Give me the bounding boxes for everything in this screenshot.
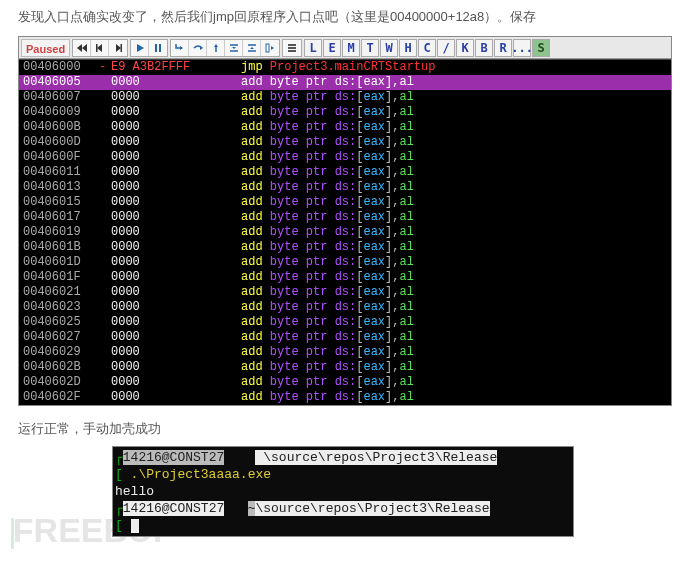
toolbar-letter-...[interactable]: ... [513, 39, 531, 57]
console-line: ┌14216@CONST27 \source\repos\Project3\Re… [113, 449, 573, 466]
console-command-line: [ .\Project3aaaa.exe [113, 466, 573, 483]
disasm-row[interactable]: 0040602B 0000 add byte ptr ds:[eax],al [19, 360, 671, 375]
cursor-icon [131, 519, 139, 533]
disasm-row[interactable]: 00406019 0000 add byte ptr ds:[eax],al [19, 225, 671, 240]
run-to-cursor-button[interactable] [261, 40, 279, 56]
toolbar-letter-c[interactable]: C [418, 39, 436, 57]
disasm-row[interactable]: 0040602D 0000 add byte ptr ds:[eax],al [19, 375, 671, 390]
toolbar-letter-t[interactable]: T [361, 39, 379, 57]
disasm-row[interactable]: 0040600B 0000 add byte ptr ds:[eax],al [19, 120, 671, 135]
toolbar-letter-l[interactable]: L [304, 39, 322, 57]
step-out-button[interactable] [207, 40, 225, 56]
disasm-row[interactable]: 0040600D 0000 add byte ptr ds:[eax],al [19, 135, 671, 150]
paused-indicator: Paused [21, 39, 70, 57]
disasm-row[interactable]: 00406017 0000 add byte ptr ds:[eax],al [19, 210, 671, 225]
disasm-row[interactable]: 00406011 0000 add byte ptr ds:[eax],al [19, 165, 671, 180]
toolbar-letter-e[interactable]: E [323, 39, 341, 57]
console-output: hello [113, 483, 573, 500]
disasm-row[interactable]: 0040601F 0000 add byte ptr ds:[eax],al [19, 270, 671, 285]
pause-button[interactable] [149, 40, 167, 56]
disasm-row[interactable]: 00406000- E9 A3B2FFFF jmp Project3.mainC… [19, 60, 671, 75]
disasm-row[interactable]: 00406027 0000 add byte ptr ds:[eax],al [19, 330, 671, 345]
letter-button-group: LEMTWHC/KBR...S [304, 39, 551, 57]
svg-rect-5 [288, 44, 296, 46]
disasm-row[interactable]: 00406023 0000 add byte ptr ds:[eax],al [19, 300, 671, 315]
disasm-row[interactable]: 00406015 0000 add byte ptr ds:[eax],al [19, 195, 671, 210]
svg-rect-7 [288, 50, 296, 52]
options-button[interactable] [283, 40, 301, 56]
console-cursor-line[interactable]: [ [113, 517, 573, 534]
toolbar-letter-b[interactable]: B [475, 39, 493, 57]
prev-button[interactable] [91, 40, 109, 56]
disasm-row[interactable]: 0040601B 0000 add byte ptr ds:[eax],al [19, 240, 671, 255]
console-prompt-line: ┌14216@CONST27 ~\source\repos\Project3\R… [113, 500, 573, 517]
svg-rect-2 [155, 44, 157, 52]
toolbar-letter-m[interactable]: M [342, 39, 360, 57]
debugger-window: Paused LEMTWHC/KBR...S 00406000- E9 A3B2… [18, 36, 672, 406]
disasm-row[interactable]: 00406029 0000 add byte ptr ds:[eax],al [19, 345, 671, 360]
toolbar-letter-s[interactable]: S [532, 39, 550, 57]
disasm-row[interactable]: 00406013 0000 add byte ptr ds:[eax],al [19, 180, 671, 195]
caption-text: 发现入口点确实改变了，然后我们jmp回原程序入口点吧（这里是00400000+1… [18, 8, 672, 26]
disasm-row[interactable]: 0040601D 0000 add byte ptr ds:[eax],al [19, 255, 671, 270]
disasm-row[interactable]: 00406005 0000 add byte ptr ds:[eax],al [19, 75, 671, 90]
disasm-row[interactable]: 00406025 0000 add byte ptr ds:[eax],al [19, 315, 671, 330]
console-window: ┌14216@CONST27 \source\repos\Project3\Re… [112, 446, 574, 537]
next-button[interactable] [109, 40, 127, 56]
step-into-button[interactable] [171, 40, 189, 56]
disasm-row[interactable]: 0040600F 0000 add byte ptr ds:[eax],al [19, 150, 671, 165]
svg-rect-4 [266, 44, 269, 52]
toolbar-letter-k[interactable]: K [456, 39, 474, 57]
toolbar-letter-/[interactable]: / [437, 39, 455, 57]
disasm-row[interactable]: 00406009 0000 add byte ptr ds:[eax],al [19, 105, 671, 120]
toolbar-letter-r[interactable]: R [494, 39, 512, 57]
caption-text-2: 运行正常，手动加壳成功 [18, 420, 672, 438]
toolbar-letter-h[interactable]: H [399, 39, 417, 57]
disasm-row[interactable]: 00406021 0000 add byte ptr ds:[eax],al [19, 285, 671, 300]
toolbar: Paused LEMTWHC/KBR...S [19, 37, 671, 59]
disasm-row[interactable]: 0040602F 0000 add byte ptr ds:[eax],al [19, 390, 671, 405]
svg-rect-6 [288, 47, 296, 49]
trace-into-button[interactable] [225, 40, 243, 56]
step-over-button[interactable] [189, 40, 207, 56]
svg-rect-3 [159, 44, 161, 52]
trace-over-button[interactable] [243, 40, 261, 56]
svg-rect-0 [96, 44, 98, 52]
play-button[interactable] [131, 40, 149, 56]
rewind-button[interactable] [73, 40, 91, 56]
disasm-row[interactable]: 00406007 0000 add byte ptr ds:[eax],al [19, 90, 671, 105]
svg-rect-1 [121, 44, 123, 52]
disassembly-view[interactable]: 00406000- E9 A3B2FFFF jmp Project3.mainC… [19, 59, 671, 405]
toolbar-letter-w[interactable]: W [380, 39, 398, 57]
